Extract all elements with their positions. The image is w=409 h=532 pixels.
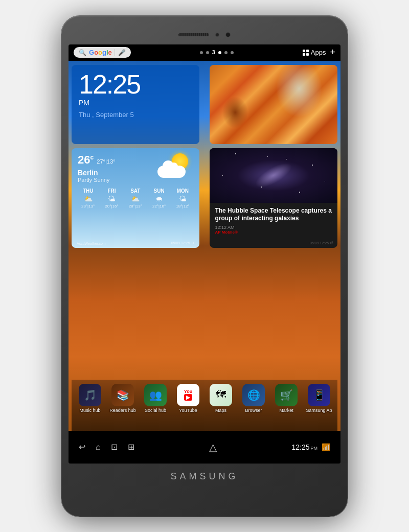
cloud-icon: [157, 166, 186, 178]
photo-widget[interactable]: [210, 65, 337, 144]
weather-sun-cloud-icon: [157, 153, 193, 179]
dock-readers-hub[interactable]: 📚 Readers hub: [108, 384, 137, 413]
samsung-brand-label: SAMSUNG: [170, 471, 238, 482]
forecast-sun: SUN 🌧 22°|16°: [149, 188, 169, 209]
forecast-sat: SAT ⛅ 28°|13°: [125, 188, 146, 209]
tablet-shell: 🔍 Google 🎤 3 Apps: [61, 16, 348, 517]
browser-label: Browser: [245, 408, 262, 413]
dock-browser[interactable]: 🌐 Browser: [239, 384, 268, 413]
status-bar: 🔍 Google 🎤 3 Apps: [69, 44, 340, 61]
weather-date: 05/09 12:25 ↺: [171, 241, 194, 245]
top-bezel: [69, 25, 340, 44]
dot-5[interactable]: [224, 51, 228, 54]
browser-icon[interactable]: 🌐: [242, 384, 265, 406]
dock-samsung-apps[interactable]: 📱 Samsung Ap: [305, 384, 333, 413]
microphone-icon[interactable]: 🎤: [115, 49, 126, 56]
weather-widget[interactable]: 26c 27°|13° Berlin Partly Sunny THU: [72, 148, 199, 248]
weather-forecast: THU ⛅ 23°|13° FRI 🌤 20°|16° SAT ⛅ 28°|13…: [78, 188, 193, 209]
apps-label: Apps: [311, 49, 326, 56]
clock-time: 12:25: [79, 71, 192, 98]
dot-1[interactable]: [200, 51, 203, 54]
apps-grid-icon: [303, 50, 309, 56]
widgets-area: 12:25 PM Thu , September 5 26c 27°|13° B…: [72, 61, 337, 431]
signal-icon: 📶: [322, 443, 330, 451]
recents-nav-icon[interactable]: ⊡: [111, 442, 118, 452]
dot-3-numbered[interactable]: 3: [212, 50, 215, 55]
back-nav-icon[interactable]: ↩: [79, 442, 85, 452]
weather-info: 26c 27°|13° Berlin Partly Sunny: [78, 153, 115, 183]
front-camera: [225, 32, 231, 37]
google-search-bar[interactable]: 🔍 Google 🎤: [74, 47, 131, 58]
page-dots-nav: 3: [200, 50, 234, 55]
apps-button[interactable]: Apps: [303, 49, 326, 56]
weather-city: Berlin: [78, 169, 115, 177]
samsung-apps-label: Samsung Ap: [306, 408, 332, 413]
music-hub-label: Music hub: [79, 408, 100, 413]
clock-date: Thu , September 5: [79, 111, 192, 119]
readers-hub-label: Readers hub: [109, 408, 136, 413]
nav-right-status: 12:25 PM 📶: [291, 443, 330, 451]
bottom-bezel: SAMSUNG: [69, 464, 340, 490]
app-dock: 🎵 Music hub 📚 Readers hub 👥 Social hub Y…: [72, 380, 337, 431]
youtube-label: YouTube: [179, 408, 197, 413]
youtube-icon[interactable]: You ▶: [177, 384, 199, 406]
nav-clock: 12:25 PM: [291, 443, 317, 451]
forecast-fri: FRI 🌤 20°|16°: [101, 188, 122, 209]
weather-attribution: AccuWeather.com: [77, 242, 106, 245]
maps-label: Maps: [215, 408, 226, 413]
search-icon: 🔍: [79, 49, 86, 56]
nav-bar: ↩ ⌂ ⊡ ⊞ △ 12:25 PM 📶: [69, 431, 340, 464]
dot-6[interactable]: [231, 51, 234, 54]
news-time: 12:12 AM: [215, 225, 332, 230]
galaxy-image: [210, 148, 337, 203]
speaker-grille: [178, 33, 209, 36]
status-right: Apps +: [303, 47, 335, 58]
screen: 🔍 Google 🎤 3 Apps: [69, 44, 340, 464]
google-logo: Google: [89, 49, 112, 56]
dock-market[interactable]: 🛒 Market: [272, 384, 301, 413]
market-icon[interactable]: 🛒: [275, 384, 298, 406]
menu-nav-icon[interactable]: ⊞: [128, 442, 134, 452]
add-button[interactable]: +: [330, 47, 335, 58]
social-hub-icon[interactable]: 👥: [144, 384, 167, 406]
news-widget[interactable]: The Hubble Space Telescope captures a gr…: [210, 148, 337, 248]
news-headline: The Hubble Space Telescope captures a gr…: [215, 207, 332, 223]
weather-top: 26c 27°|13° Berlin Partly Sunny: [78, 153, 193, 183]
social-hub-label: Social hub: [145, 408, 166, 413]
weather-hilo: 27°|13°: [97, 158, 115, 165]
news-date: 05/09 12:25 ↺: [310, 241, 333, 245]
canyon-photo: [210, 65, 337, 144]
dock-maps[interactable]: 🗺 Maps: [207, 384, 235, 413]
forecast-mon: MON 🌤 18°|12°: [172, 188, 193, 209]
dot-2[interactable]: [206, 51, 209, 54]
market-label: Market: [279, 408, 293, 413]
nav-left-buttons: ↩ ⌂ ⊡ ⊞: [79, 442, 134, 452]
weather-description: Partly Sunny: [78, 177, 115, 183]
samsung-apps-icon[interactable]: 📱: [308, 384, 330, 406]
maps-icon[interactable]: 🗺: [210, 384, 232, 406]
readers-hub-icon[interactable]: 📚: [111, 384, 134, 406]
stars-bg: [210, 148, 337, 203]
camera-dot: [215, 33, 219, 37]
music-hub-icon[interactable]: 🎵: [79, 384, 101, 406]
dock-social-hub[interactable]: 👥 Social hub: [141, 384, 170, 413]
clock-widget[interactable]: 12:25 PM Thu , September 5: [72, 65, 199, 144]
home-center-icon[interactable]: △: [209, 441, 217, 453]
news-source: AP Mobile®: [215, 230, 332, 235]
dock-music-hub[interactable]: 🎵 Music hub: [76, 384, 104, 413]
clock-period: PM: [79, 99, 192, 107]
dot-4-active[interactable]: [218, 51, 221, 54]
home-nav-icon[interactable]: ⌂: [96, 443, 101, 452]
news-content: The Hubble Space Telescope captures a gr…: [210, 203, 337, 239]
forecast-thu: THU ⛅ 23°|13°: [78, 188, 98, 209]
dock-youtube[interactable]: You ▶ YouTube: [174, 384, 202, 413]
weather-temperature: 26c 27°|13°: [78, 153, 115, 167]
